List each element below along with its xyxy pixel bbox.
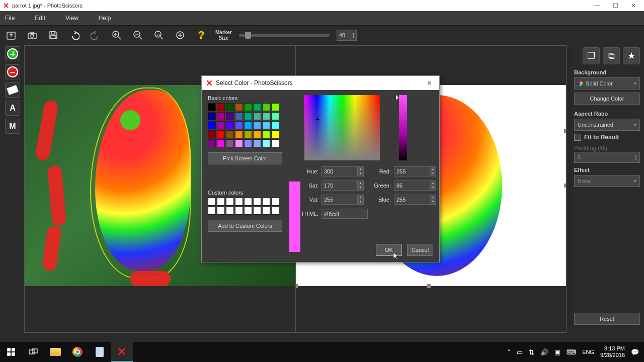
basic-swatch[interactable] bbox=[217, 103, 225, 111]
basic-swatch[interactable] bbox=[235, 139, 243, 147]
taskbar-app-chrome[interactable] bbox=[66, 342, 89, 362]
cancel-button[interactable]: Cancel bbox=[407, 244, 433, 256]
basic-swatch[interactable] bbox=[262, 121, 270, 129]
pick-screen-color-button[interactable]: Pick Screen Color bbox=[208, 152, 282, 164]
change-color-button[interactable]: Change Color bbox=[574, 93, 640, 105]
basic-swatch[interactable] bbox=[271, 112, 279, 120]
tray-wifi-icon[interactable]: ⇅ bbox=[529, 348, 534, 356]
custom-swatch[interactable] bbox=[244, 198, 252, 206]
basic-swatch[interactable] bbox=[235, 130, 243, 138]
reset-button[interactable]: Reset bbox=[574, 313, 640, 325]
basic-swatch[interactable] bbox=[262, 130, 270, 138]
zoom-in-icon[interactable] bbox=[110, 28, 124, 42]
basic-swatch[interactable] bbox=[217, 130, 225, 138]
tray-battery-icon[interactable]: ▭ bbox=[517, 348, 523, 356]
tray-action-icon[interactable]: ▣ bbox=[554, 348, 560, 356]
basic-swatch[interactable] bbox=[253, 121, 261, 129]
tray-chevron-icon[interactable]: ˄ bbox=[507, 348, 511, 356]
basic-swatch[interactable] bbox=[271, 130, 279, 138]
basic-swatch[interactable] bbox=[217, 112, 225, 120]
basic-swatch[interactable] bbox=[271, 139, 279, 147]
basic-swatch[interactable] bbox=[226, 121, 234, 129]
basic-swatch[interactable] bbox=[217, 139, 225, 147]
tray-volume-icon[interactable]: 🔊 bbox=[540, 348, 548, 356]
menu-edit[interactable]: Edit bbox=[35, 15, 45, 22]
tray-notifications-icon[interactable]: 💬 bbox=[631, 348, 639, 356]
save-icon[interactable] bbox=[46, 28, 60, 42]
background-mode-select[interactable]: Solid Color bbox=[574, 77, 640, 89]
hue-slider[interactable] bbox=[399, 95, 407, 160]
zoom-actual-icon[interactable]: 1:1 bbox=[152, 28, 166, 42]
add-custom-button[interactable]: Add to Custom Colors bbox=[208, 220, 282, 232]
custom-swatch[interactable] bbox=[226, 198, 234, 206]
custom-swatch[interactable] bbox=[271, 198, 279, 206]
basic-swatch[interactable] bbox=[226, 103, 234, 111]
basic-swatch[interactable] bbox=[235, 121, 243, 129]
camera-icon[interactable] bbox=[25, 28, 39, 42]
basic-swatch[interactable] bbox=[244, 130, 252, 138]
layers-icon[interactable]: ❐ bbox=[583, 47, 600, 64]
custom-swatch[interactable] bbox=[226, 207, 234, 215]
basic-swatch[interactable] bbox=[208, 139, 216, 147]
start-button[interactable] bbox=[0, 342, 22, 362]
undo-icon[interactable] bbox=[67, 28, 82, 42]
taskbar-app-photoscissors[interactable] bbox=[111, 342, 133, 362]
effect-select[interactable]: None bbox=[574, 175, 640, 187]
basic-swatch[interactable] bbox=[262, 139, 270, 147]
close-button[interactable]: ✕ bbox=[630, 2, 637, 9]
basic-swatch[interactable] bbox=[253, 103, 261, 111]
menu-file[interactable]: File bbox=[5, 15, 15, 22]
star-icon[interactable]: ★ bbox=[623, 47, 640, 64]
custom-swatch[interactable] bbox=[217, 198, 225, 206]
basic-swatch[interactable] bbox=[208, 112, 216, 120]
blue-input[interactable] bbox=[394, 195, 430, 205]
basic-swatch[interactable] bbox=[244, 121, 252, 129]
red-input[interactable] bbox=[394, 166, 430, 176]
basic-swatch[interactable] bbox=[208, 130, 216, 138]
hue-marker[interactable] bbox=[396, 95, 401, 100]
foreground-marker-button[interactable] bbox=[5, 46, 20, 61]
task-view-icon[interactable] bbox=[22, 342, 44, 362]
val-input[interactable] bbox=[321, 195, 358, 205]
manual-button[interactable]: M bbox=[5, 119, 20, 134]
ok-button[interactable]: OK bbox=[376, 244, 402, 256]
aspect-ratio-select[interactable]: Unconstrained bbox=[574, 119, 640, 131]
tray-clock[interactable]: 8:13 PM 9/28/2016 bbox=[600, 345, 625, 358]
auto-button[interactable]: A bbox=[5, 101, 20, 116]
open-icon[interactable] bbox=[4, 28, 18, 42]
basic-swatch[interactable] bbox=[271, 103, 279, 111]
basic-swatch[interactable] bbox=[235, 103, 243, 111]
basic-swatch[interactable] bbox=[253, 112, 261, 120]
taskbar-app-explorer[interactable] bbox=[44, 342, 66, 362]
zoom-fit-icon[interactable] bbox=[173, 28, 187, 42]
color-field[interactable]: + bbox=[304, 95, 380, 160]
custom-swatch[interactable] bbox=[262, 207, 270, 215]
fit-checkbox[interactable] bbox=[574, 134, 581, 141]
basic-swatch[interactable] bbox=[226, 139, 234, 147]
menu-help[interactable]: Help bbox=[99, 15, 111, 22]
basic-swatch[interactable] bbox=[262, 103, 270, 111]
fit-to-result-row[interactable]: Fit to Result bbox=[574, 134, 640, 141]
tray-keyboard-icon[interactable]: ⌨ bbox=[567, 348, 576, 356]
basic-swatch[interactable] bbox=[208, 121, 216, 129]
html-input[interactable] bbox=[321, 209, 368, 219]
background-marker-button[interactable] bbox=[5, 64, 20, 79]
custom-swatch[interactable] bbox=[244, 207, 252, 215]
basic-swatch[interactable] bbox=[244, 139, 252, 147]
menu-view[interactable]: View bbox=[65, 15, 78, 22]
maximize-button[interactable]: ☐ bbox=[612, 2, 619, 9]
basic-swatch[interactable] bbox=[217, 121, 225, 129]
custom-swatch[interactable] bbox=[253, 207, 261, 215]
copy-icon[interactable]: ⧉ bbox=[603, 47, 620, 64]
marker-size-spinner[interactable]: ▲▼ bbox=[337, 30, 357, 41]
custom-swatch[interactable] bbox=[208, 198, 216, 206]
help-icon[interactable]: ? bbox=[194, 28, 208, 42]
basic-swatch[interactable] bbox=[208, 103, 216, 111]
basic-swatch[interactable] bbox=[244, 103, 252, 111]
custom-swatch[interactable] bbox=[208, 207, 216, 215]
padding-spinner[interactable]: 5 ▲▼ bbox=[574, 152, 640, 163]
custom-swatch[interactable] bbox=[253, 198, 261, 206]
basic-swatch[interactable] bbox=[226, 130, 234, 138]
dialog-close-icon[interactable]: ✕ bbox=[424, 79, 435, 87]
custom-swatch[interactable] bbox=[235, 198, 243, 206]
